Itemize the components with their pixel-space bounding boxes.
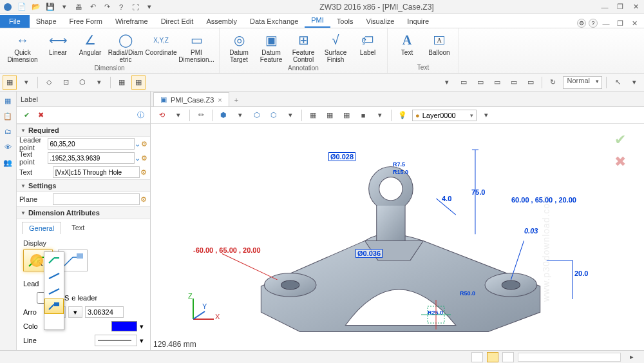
balloon-button[interactable]: ABalloon xyxy=(424,30,455,57)
tab-assembly[interactable]: Assembly xyxy=(200,15,243,28)
filter-active-icon[interactable]: ▦ xyxy=(131,75,146,90)
fullscreen-icon[interactable]: ⛶ xyxy=(130,2,140,12)
flyout-style-4[interactable] xyxy=(44,299,64,314)
leader-point-settings-icon[interactable]: ⚙ xyxy=(141,140,147,148)
section-required[interactable]: Required xyxy=(17,124,150,137)
vt-more-icon[interactable]: ▾ xyxy=(171,108,185,123)
flyout-style-3[interactable] xyxy=(44,283,64,299)
color-dropdown-icon[interactable]: ▾ xyxy=(140,322,144,331)
status-view1-icon[interactable] xyxy=(471,352,483,362)
plane-settings-icon[interactable]: ⚙ xyxy=(140,195,147,204)
status-expand-icon[interactable]: ▸ xyxy=(625,350,639,364)
text-point-settings-icon[interactable]: ⚙ xyxy=(141,154,147,162)
orient-gizmo[interactable] xyxy=(421,300,451,331)
ribbon-help-icon[interactable]: ? xyxy=(589,19,598,28)
selection-icon[interactable]: ▾ xyxy=(627,75,641,90)
subtab-text[interactable]: Text xyxy=(65,222,91,234)
sidebar-history-icon[interactable]: 📋 xyxy=(1,110,14,123)
layer-manager-icon[interactable]: ▾ xyxy=(479,108,493,123)
tab-tools[interactable]: Tools xyxy=(330,15,360,28)
mdi-restore-icon[interactable]: ❐ xyxy=(614,19,626,28)
doc-tab-close-icon[interactable]: × xyxy=(218,96,222,104)
minimize-icon[interactable]: — xyxy=(599,3,611,12)
pick-face-icon[interactable]: ◇ xyxy=(42,75,56,90)
coordinate-dim-button[interactable]: X,Y,ZCoordinate xyxy=(146,30,176,57)
mdi-close-icon[interactable]: ✕ xyxy=(629,19,640,28)
angular-dim-button[interactable]: ∠Angular xyxy=(75,30,106,57)
status-view3-icon[interactable] xyxy=(502,352,514,362)
info-icon[interactable]: ⓘ xyxy=(133,108,147,123)
tab-visualize[interactable]: Visualize xyxy=(360,15,401,28)
doc-add-icon[interactable]: + xyxy=(229,93,243,106)
status-view2-icon[interactable] xyxy=(487,352,498,362)
tab-dataexchange[interactable]: Data Exchange xyxy=(243,15,305,28)
flyout-style-1[interactable] xyxy=(44,252,64,268)
view-top-icon[interactable]: ▭ xyxy=(457,75,471,90)
vt-shaded-dropdown-icon[interactable]: ▾ xyxy=(233,108,247,123)
vt-clip-icon[interactable]: ▦ xyxy=(323,108,337,123)
label-button[interactable]: 🏷Label xyxy=(352,30,383,57)
mdi-minimize-icon[interactable]: — xyxy=(600,19,612,28)
text-input[interactable] xyxy=(53,166,140,178)
arrow-style-dropdown-icon[interactable]: ▾ xyxy=(68,306,82,318)
vt-section-icon[interactable]: ▦ xyxy=(306,108,320,123)
flyout-style-5[interactable] xyxy=(44,314,64,329)
linear-dim-button[interactable]: ⟷Linear xyxy=(43,30,73,57)
pick-point-icon[interactable]: ▾ xyxy=(92,75,106,90)
close-icon[interactable]: ✕ xyxy=(630,3,641,12)
ribbon-options-icon[interactable]: ⚙ xyxy=(577,19,586,28)
vt-light-icon[interactable]: 💡 xyxy=(395,108,410,123)
text-point-dropdown-icon[interactable]: ⌄ xyxy=(135,154,141,162)
color-swatch[interactable] xyxy=(111,321,137,331)
text-settings-icon[interactable]: ⚙ xyxy=(140,168,147,177)
quick-dimension-button[interactable]: ↔︎Quick Dimension xyxy=(4,30,41,64)
tab-shape[interactable]: Shape xyxy=(30,15,63,28)
sidebar-assembly-icon[interactable]: 🗂 xyxy=(1,125,14,138)
vt-gray-icon[interactable]: ▦ xyxy=(339,108,354,123)
large-ok-icon[interactable]: ✔ xyxy=(614,132,626,148)
new-icon[interactable]: 📄 xyxy=(17,2,27,12)
plane-input[interactable] xyxy=(53,193,140,205)
open-icon[interactable]: 📂 xyxy=(31,2,41,12)
pick-edge-icon[interactable]: ⊡ xyxy=(59,75,73,90)
vt-wire-icon[interactable]: ⬡ xyxy=(267,108,281,123)
save-icon[interactable]: 💾 xyxy=(45,2,55,12)
arrow-size-input[interactable] xyxy=(85,306,124,318)
tab-pmi[interactable]: PMI xyxy=(305,14,330,28)
text-point-input[interactable] xyxy=(48,152,135,164)
leader-point-dropdown-icon[interactable]: ⌄ xyxy=(135,140,141,148)
view-front-icon[interactable]: ▭ xyxy=(473,75,488,90)
pmi-dimension-button[interactable]: ▭PMI Dimension... xyxy=(178,30,215,64)
line-dropdown-icon[interactable]: ▾ xyxy=(140,337,144,345)
tab-freeform[interactable]: Free Form xyxy=(63,15,109,28)
vt-exit-icon[interactable]: ⟲ xyxy=(155,108,169,123)
qat-more-icon[interactable]: ▾ xyxy=(144,2,155,12)
cursor-icon[interactable]: ↖ xyxy=(611,75,625,90)
vt-dark-icon[interactable]: ■ xyxy=(356,108,370,123)
sidebar-view-icon[interactable]: 👁 xyxy=(1,141,14,153)
restore-icon[interactable]: ❐ xyxy=(614,3,626,12)
section-dimattrs[interactable]: Dimension Attributes xyxy=(17,206,150,219)
text-button[interactable]: AText xyxy=(392,30,422,57)
print-icon[interactable]: 🖶 xyxy=(73,2,84,12)
orient-icon[interactable]: ▾ xyxy=(440,75,454,90)
document-tab[interactable]: ▣ PMI_Case.Z3 × xyxy=(153,92,229,106)
datum-feature-button[interactable]: ▣Datum Feature xyxy=(256,30,287,64)
panel-tab-label[interactable]: Label xyxy=(17,92,150,107)
display-mode-combo[interactable]: Normal xyxy=(563,76,602,89)
model-viewport[interactable]: www.p30download.com xyxy=(151,124,644,350)
whatsthis-icon[interactable]: ? xyxy=(116,2,126,12)
section-settings[interactable]: Settings xyxy=(17,179,150,192)
select-dropdown-icon[interactable]: ▾ xyxy=(19,75,33,90)
vt-shaded-icon[interactable]: ⬢ xyxy=(216,108,231,123)
tab-inquire[interactable]: Inquire xyxy=(401,15,435,28)
vt-wire-dropdown-icon[interactable]: ▾ xyxy=(283,108,298,123)
cancel-icon[interactable]: ✖ xyxy=(33,108,48,123)
undo-icon[interactable]: ↶ xyxy=(88,2,98,12)
save-dropdown-icon[interactable]: ▾ xyxy=(59,2,70,12)
filter-icon[interactable]: ▦ xyxy=(115,75,129,90)
tab-directedit[interactable]: Direct Edit xyxy=(155,15,200,28)
large-cancel-icon[interactable]: ✖ xyxy=(614,153,626,170)
flyout-style-2[interactable] xyxy=(44,268,64,283)
tab-wireframe[interactable]: Wireframe xyxy=(109,15,155,28)
